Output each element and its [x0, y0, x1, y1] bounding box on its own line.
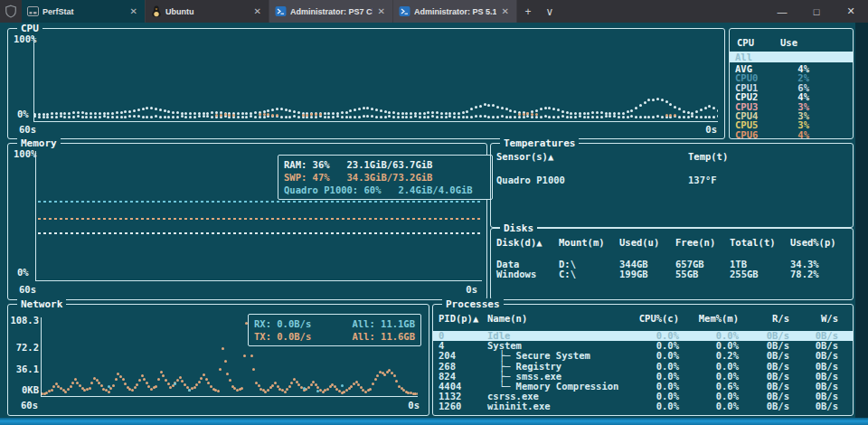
temp-col-header[interactable]: Temp(t) [688, 151, 728, 162]
disk-col-header[interactable]: Disk(d)▲ [496, 238, 559, 248]
cpu-panel: CPU 100% 0% 60s 0s [7, 28, 725, 139]
network-ylabel-1: 72.2 [10, 342, 39, 353]
minimize-button[interactable]: — [765, 0, 799, 23]
temperatures-panel: Temperatures Sensor(s)▲ Temp(t) Quadro P… [490, 143, 854, 228]
window-bottom-edge [0, 418, 868, 425]
memory-ymin-label: 0% [17, 267, 29, 278]
pid-col-header[interactable]: PID(p)▲ [439, 313, 487, 324]
tab-close-icon[interactable]: ✕ [500, 6, 511, 16]
memory-ymax-label: 100% [14, 148, 36, 159]
tab-label: Ubuntu [165, 7, 249, 16]
disk-row-windows[interactable]: WindowsC:\199GB55GB255GB78.2% [491, 269, 853, 279]
tab-menu-button[interactable]: ∨ [539, 0, 561, 23]
cpu-xright-label: 0s [705, 124, 717, 135]
process-row-1260[interactable]: 1260wininit.exe0.0%0.0%0B/s0B/s [433, 401, 853, 411]
tab-ubuntu[interactable]: Ubuntu✕ [146, 0, 269, 23]
write-col-header[interactable]: W/s [789, 313, 838, 324]
tab-label: Administrator: PS7 Clean [290, 7, 373, 16]
usedpct-col-header[interactable]: Used%(p) [790, 238, 847, 248]
memory-xleft-label: 60s [19, 284, 36, 295]
memory-info-line: SWP: 47% 34.3GiB/73.2GiB [284, 171, 486, 184]
cpu-row-all[interactable]: All [730, 52, 853, 62]
use-col-header[interactable]: Use [780, 37, 797, 48]
terminal-right-edge [855, 23, 868, 418]
memory-line-ram [38, 232, 480, 234]
mem-col-header[interactable]: Mem%(m) [679, 313, 739, 324]
cpu-table-panel: CPU Use AllAVG4%CPU02%CPU16%CPU24%CPU33%… [729, 28, 854, 139]
powershell-icon [399, 5, 410, 17]
disks-panel-title: Disks [500, 222, 537, 234]
tab-administrator-ps-5-1[interactable]: Administrator: PS 5.1✕ [393, 0, 517, 23]
terminal-icon [27, 5, 39, 17]
tab-strip: PerfStat✕Ubuntu✕Administrator: PS7 Clean… [22, 0, 517, 23]
tab-label: Administrator: PS 5.1 [414, 7, 496, 16]
tux-icon [151, 5, 162, 17]
network-panel: Network 108.3 72.2 36.1 0KB RX: 0.0B/sAl… [7, 304, 429, 416]
memory-line-swp [38, 218, 480, 220]
disk-rows: DataD:\344GB657GB1TB34.3%WindowsC:\199GB… [491, 260, 853, 279]
used-col-header[interactable]: Used(u) [619, 238, 675, 248]
powershell-icon [275, 5, 287, 17]
memory-info-line: RAM: 36% 23.1GiB/63.7GiB [284, 158, 486, 171]
new-tab-button[interactable]: + [517, 0, 539, 23]
cpu-table-rows: AllAVG4%CPU02%CPU16%CPU24%CPU33%CPU43%CP… [735, 52, 847, 139]
process-headers: PID(p)▲ Name(n) CPU%(c) Mem%(m) R/s W/s [433, 313, 853, 324]
network-ylabel-2: 36.1 [10, 364, 39, 374]
cpu-col-header[interactable]: CPU%(c) [623, 313, 679, 324]
memory-info-box: RAM: 36% 23.1GiB/63.7GiBSWP: 47% 34.3GiB… [278, 155, 493, 200]
terminal-content: CPU 100% 0% 60s 0s CPU Use AllAVG4%CPU02… [0, 23, 868, 418]
sensor-name: Quadro P1000 [496, 175, 565, 185]
network-legend: RX: 0.0B/sAll: 11.1GBTX: 0.0B/sAll: 11.6… [248, 314, 421, 346]
tab-label: PerfStat [42, 7, 125, 16]
network-xleft-label: 60s [21, 400, 38, 411]
cpu-xleft-label: 60s [19, 124, 36, 135]
close-button[interactable]: ✕ [834, 0, 868, 23]
process-rows: 0Idle0.0%0.0%0B/s0B/s4System0.0%0.0%0B/s… [433, 331, 853, 412]
memory-xright-label: 0s [466, 284, 477, 295]
read-col-header[interactable]: R/s [739, 313, 789, 324]
network-xright-label: 0s [408, 400, 420, 411]
cpu-row-cpu6[interactable]: CPU64% [735, 130, 847, 139]
free-col-header[interactable]: Free(n) [675, 238, 730, 248]
network-legend-row: RX: 0.0B/sAll: 11.1GB [254, 317, 415, 330]
process-row-204[interactable]: 204 ├─ Secure System0.0%0.2%0B/s0B/s [433, 351, 853, 361]
memory-line-gpu [38, 201, 480, 203]
mount-col-header[interactable]: Mount(m) [559, 238, 619, 248]
disks-panel: Disks Disk(d)▲ Mount(m) Used(u) Free(n) … [490, 228, 854, 300]
disks-headers: Disk(d)▲ Mount(m) Used(u) Free(n) Total(… [491, 238, 853, 248]
total-col-header[interactable]: Total(t) [730, 238, 790, 248]
titlebar: PerfStat✕Ubuntu✕Administrator: PS7 Clean… [0, 0, 868, 23]
app-window: PerfStat✕Ubuntu✕Administrator: PS7 Clean… [0, 0, 868, 425]
shield-icon [0, 0, 22, 23]
tab-perfstat[interactable]: PerfStat✕ [22, 0, 146, 23]
cpu-row-cpu2[interactable]: CPU24% [735, 92, 847, 101]
processes-panel-title: Processes [442, 298, 504, 310]
network-ylabel-0: 108.3 [10, 315, 39, 326]
name-col-header[interactable]: Name(n) [487, 313, 623, 324]
tab-close-icon[interactable]: ✕ [252, 6, 263, 16]
cpu-col-header[interactable]: CPU [737, 37, 754, 48]
processes-panel: Processes PID(p)▲ Name(n) CPU%(c) Mem%(m… [432, 304, 854, 416]
memory-panel: Memory 100% 0% RAM: 36% 23.1GiB/63.7GiBS… [7, 143, 487, 300]
network-panel-title: Network [17, 298, 66, 310]
titlebar-drag-area[interactable] [561, 0, 765, 23]
tab-close-icon[interactable]: ✕ [376, 6, 387, 16]
temperatures-panel-title: Temperatures [500, 137, 579, 149]
network-ylabel-3: 0KB [10, 384, 39, 395]
cpu-graph [33, 36, 718, 122]
sensor-temp: 137°F [688, 175, 717, 185]
network-legend-row: TX: 0.0B/sAll: 11.6GB [254, 330, 415, 343]
tab-close-icon[interactable]: ✕ [128, 6, 139, 16]
tab-administrator-ps7-clean[interactable]: Administrator: PS7 Clean✕ [269, 0, 393, 23]
maximize-button[interactable]: □ [799, 0, 834, 23]
memory-info-line: Quadro P1000: 60% 2.4GiB/4.0GiB [284, 184, 486, 196]
cpu-ymin-label: 0% [17, 109, 29, 119]
sensor-col-header[interactable]: Sensor(s)▲ [496, 151, 553, 162]
